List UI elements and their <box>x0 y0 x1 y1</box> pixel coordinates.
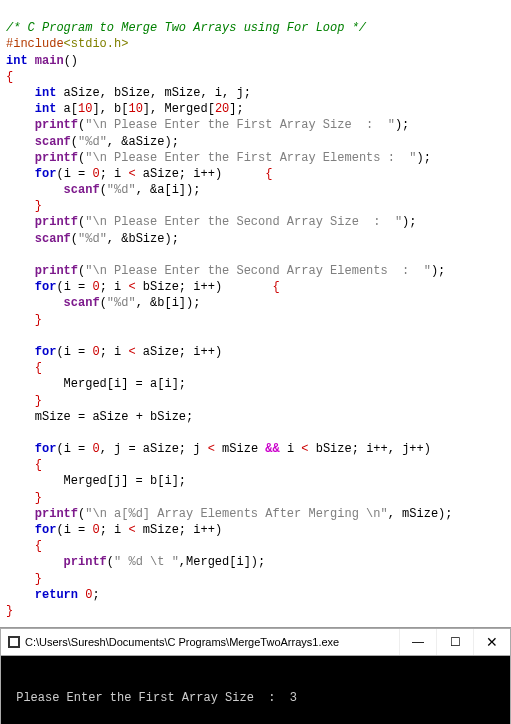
source-code-area: /* C Program to Merge Two Arrays using F… <box>0 0 511 623</box>
console-line-1: Please Enter the First Array Size : 3 <box>9 691 297 705</box>
console-output: Please Enter the First Array Size : 3 Pl… <box>0 656 511 724</box>
kw-return: return <box>35 588 78 602</box>
window-title: C:\Users\Suresh\Documents\C Programs\Mer… <box>25 636 399 648</box>
close-button[interactable]: ✕ <box>473 629 510 655</box>
op-and: && <box>265 442 279 456</box>
code-comment: /* C Program to Merge Two Arrays using F… <box>6 21 366 35</box>
window-titlebar[interactable]: C:\Users\Suresh\Documents\C Programs\Mer… <box>0 628 511 656</box>
app-icon <box>7 635 21 649</box>
merged-assign-a: Merged[i] = a[i]; <box>64 377 186 391</box>
kw-int: int <box>6 54 28 68</box>
console-window: C:\Users\Suresh\Documents\C Programs\Mer… <box>0 627 511 724</box>
kw-for: for <box>35 167 57 181</box>
include-open: < <box>64 37 71 51</box>
window-buttons: — ☐ ✕ <box>399 629 510 655</box>
include-header: stdio.h <box>71 37 121 51</box>
fn-main: main <box>35 54 64 68</box>
fn-scanf: scanf <box>35 135 71 149</box>
merged-assign-b: Merged[j] = b[i]; <box>64 474 186 488</box>
decl-vars: aSize, bSize, mSize, i, j; <box>56 86 250 100</box>
svg-rect-1 <box>10 638 18 646</box>
str-second-elem: "\n Please Enter the Second Array Elemen… <box>85 264 431 278</box>
str-after-merge: "\n a[%d] Array Elements After Merging \… <box>85 507 387 521</box>
str-first-size: "\n Please Enter the First Array Size : … <box>85 118 395 132</box>
preproc-include: #include <box>6 37 64 51</box>
include-close: > <box>121 37 128 51</box>
fn-printf: printf <box>35 118 78 132</box>
str-first-elem: "\n Please Enter the First Array Element… <box>85 151 416 165</box>
maximize-button[interactable]: ☐ <box>436 629 473 655</box>
str-second-size: "\n Please Enter the Second Array Size :… <box>85 215 402 229</box>
minimize-button[interactable]: — <box>399 629 436 655</box>
msize-assign: mSize = aSize + bSize; <box>35 410 193 424</box>
